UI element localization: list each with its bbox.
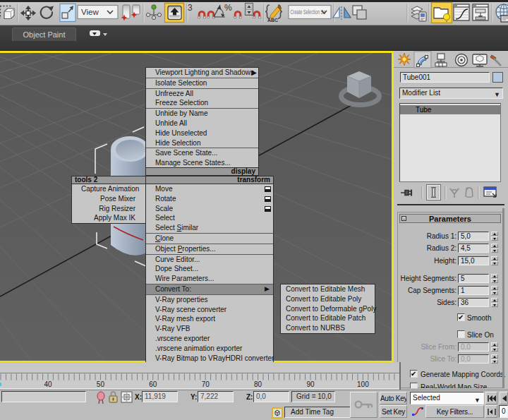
svg-text:Create Selection Se: Create Selection Se <box>291 8 326 16</box>
svg-text:70: 70 <box>202 380 210 388</box>
svg-text:60: 60 <box>149 380 157 388</box>
svg-text:80: 80 <box>254 380 262 388</box>
svg-text:ABC: ABC <box>267 18 278 23</box>
svg-text:50: 50 <box>97 380 105 388</box>
svg-text:90: 90 <box>306 380 315 388</box>
svg-text:40: 40 <box>44 380 52 388</box>
svg-text:3: 3 <box>188 3 193 13</box>
svg-text:View: View <box>81 8 99 16</box>
svg-text:100: 100 <box>357 380 369 388</box>
svg-text:%: % <box>224 3 232 13</box>
